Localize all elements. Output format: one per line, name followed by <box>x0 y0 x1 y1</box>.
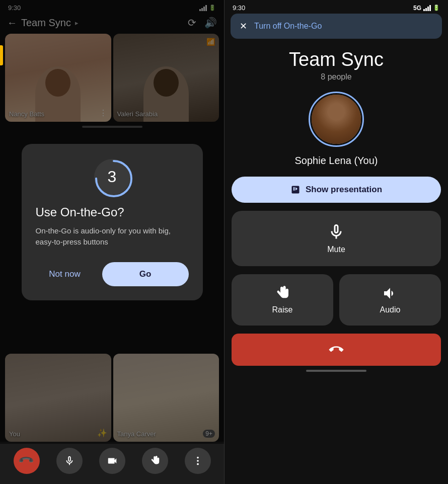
on-the-go-modal: 3 Use On-the-Go? On-the-Go is audio-only… <box>22 144 203 300</box>
avatar-container <box>225 92 448 147</box>
timer-arc-svg <box>94 159 133 198</box>
network-type: 5G <box>413 5 421 12</box>
modal-timer-container: 3 <box>36 159 189 195</box>
go-button[interactable]: Go <box>102 262 189 286</box>
mic-button[interactable] <box>56 448 83 474</box>
on-the-go-text: Turn off On-the-Go <box>254 22 322 31</box>
mute-label: Mute <box>327 245 345 254</box>
svg-point-4 <box>197 463 199 465</box>
end-call-button[interactable]: 📞 <box>14 448 40 474</box>
raise-hand-button[interactable]: Raise <box>232 274 333 326</box>
mute-button[interactable]: Mute <box>232 211 441 266</box>
raise-hand-icon-left <box>150 455 161 466</box>
right-time: 9:30 <box>233 4 245 12</box>
modal-description: On-the-Go is audio-only for you with big… <box>36 225 189 248</box>
left-phone: 9:30 🔋 ← Team Sync ▸ ⟳ 🔊 Nancy Batts ⋮ <box>0 0 224 484</box>
raise-hand-button-left[interactable] <box>142 448 168 474</box>
end-call-button-right[interactable] <box>232 334 441 366</box>
left-control-bar: 📞 <box>0 442 224 484</box>
audio-button[interactable]: Audio <box>339 274 441 326</box>
participant-name: Sophie Lena (You) <box>225 155 448 167</box>
right-home-indicator <box>306 370 366 372</box>
show-presentation-label: Show presentation <box>306 185 382 195</box>
mute-mic-icon <box>327 223 345 241</box>
right-meeting-title: Team Sync <box>225 49 448 70</box>
modal-title: Use On-the-Go? <box>36 205 189 219</box>
right-battery-icon: 🔋 <box>433 5 440 11</box>
avatar-image <box>312 95 361 144</box>
raise-label: Raise <box>272 305 293 314</box>
more-icon <box>192 455 203 466</box>
right-notch <box>329 4 344 8</box>
notification-dot <box>0 45 3 65</box>
svg-point-3 <box>197 460 199 462</box>
more-options-button[interactable] <box>185 448 211 474</box>
bottom-action-row: Raise Audio <box>232 274 441 326</box>
show-presentation-button[interactable]: Show presentation <box>232 177 441 203</box>
timer-circle: 3 <box>94 159 130 195</box>
sophie-photo <box>312 95 361 144</box>
right-phone: 9:30 5G 🔋 ✕ Turn off On-the-Go Team Sync… <box>224 0 448 484</box>
audio-icon <box>382 285 398 301</box>
on-the-go-bar[interactable]: ✕ Turn off On-the-Go <box>231 14 442 39</box>
avatar-ring <box>309 92 364 147</box>
right-people-count: 8 people <box>225 72 448 82</box>
close-on-the-go-button[interactable]: ✕ <box>240 21 247 32</box>
end-call-icon <box>326 340 346 360</box>
audio-label: Audio <box>380 305 401 314</box>
svg-point-2 <box>197 457 199 459</box>
mic-icon <box>64 455 75 466</box>
modal-buttons: Not now Go <box>36 262 189 286</box>
presentation-icon <box>290 185 301 195</box>
not-now-button[interactable]: Not now <box>36 263 94 285</box>
camera-icon <box>107 455 118 466</box>
right-signal-icon <box>423 5 431 11</box>
modal-overlay: 3 Use On-the-Go? On-the-Go is audio-only… <box>0 0 224 444</box>
camera-button[interactable] <box>99 448 125 474</box>
raise-hand-icon <box>274 285 290 301</box>
